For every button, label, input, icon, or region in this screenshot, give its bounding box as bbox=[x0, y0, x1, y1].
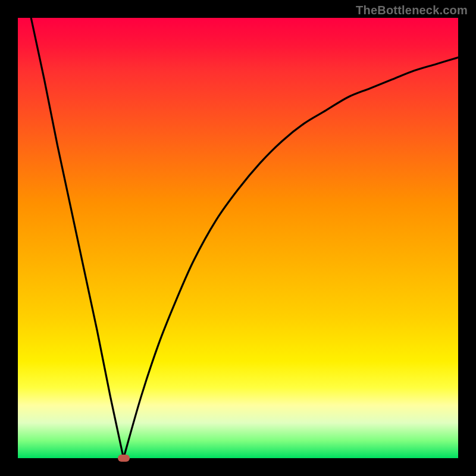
optimum-marker bbox=[118, 455, 130, 462]
watermark-text: TheBottleneck.com bbox=[356, 4, 468, 17]
curve-svg bbox=[18, 18, 458, 458]
curve-path bbox=[31, 18, 458, 458]
plot-area bbox=[18, 18, 458, 458]
chart-frame: TheBottleneck.com bbox=[0, 0, 476, 476]
